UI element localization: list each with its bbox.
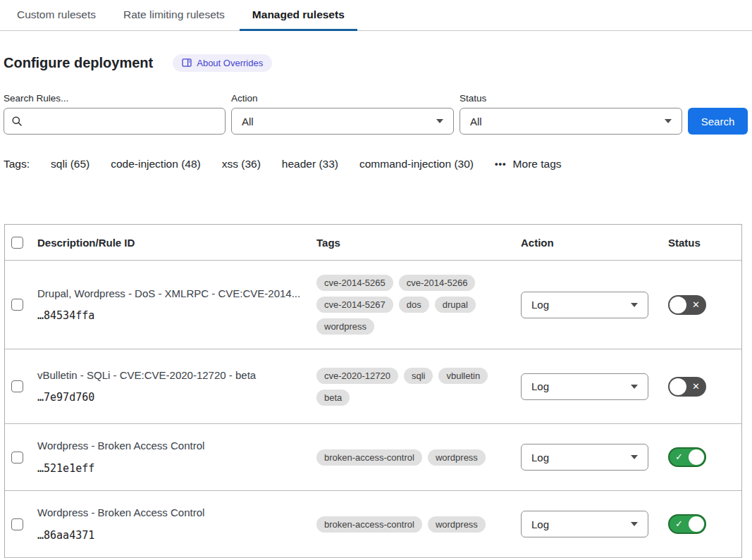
row-action-select[interactable]: Log — [521, 444, 648, 471]
tag-pill: wordpress — [428, 516, 486, 533]
tag-pill: cve-2014-5265 — [316, 275, 393, 291]
tab-custom-rulesets[interactable]: Custom rulesets — [4, 0, 109, 31]
more-tags-button[interactable]: ••• More tags — [495, 158, 562, 170]
tag-pill: wordpress — [428, 449, 486, 466]
tag-pill: vbulletin — [438, 368, 488, 384]
tab-rate-limiting-rulesets[interactable]: Rate limiting rulesets — [111, 0, 238, 31]
table-header-row: Description/Rule ID Tags Action Status — [5, 225, 741, 260]
search-input-box[interactable] — [4, 108, 226, 135]
toggle-state-icon: ✓ — [675, 516, 683, 533]
tag-pill: beta — [316, 390, 350, 406]
tag-pill: wordpress — [316, 318, 374, 335]
tag-link[interactable]: sqli (65) — [51, 158, 90, 170]
row-checkbox[interactable] — [11, 380, 23, 392]
row-action-select[interactable]: Log — [521, 373, 648, 400]
status-toggle[interactable]: ✕ — [668, 295, 706, 315]
chevron-down-icon — [436, 119, 443, 123]
toggle-knob — [670, 378, 686, 395]
table-row: Drupal, Wordpress - DoS - XMLRPC - CVE:C… — [5, 260, 741, 349]
tag-pill: cve-2014-5267 — [316, 297, 393, 313]
toggle-knob — [689, 449, 704, 465]
tag-pill: sqli — [404, 368, 433, 384]
action-filter-value: All — [242, 116, 254, 127]
column-header-tags: Tags — [316, 237, 521, 249]
row-action-select[interactable]: Log — [521, 292, 648, 318]
search-button[interactable]: Search — [688, 108, 748, 135]
status-filter-value: All — [470, 116, 482, 127]
tag-link[interactable]: code-injection (48) — [111, 158, 201, 170]
rule-id: …7e97d760 — [37, 391, 316, 404]
rule-id: …86aa4371 — [37, 529, 316, 542]
rule-id: …84534ffa — [37, 309, 316, 322]
tag-link[interactable]: command-injection (30) — [359, 158, 474, 170]
rule-tags: broken-access-controlwordpress — [316, 441, 521, 474]
chevron-down-icon — [631, 385, 638, 389]
column-header-description: Description/Rule ID — [37, 237, 316, 249]
tags-bar: Tags: sqli (65)code-injection (48)xss (3… — [4, 156, 752, 171]
rule-description: Wordpress - Broken Access Control — [37, 440, 316, 453]
table-body: Drupal, Wordpress - DoS - XMLRPC - CVE:C… — [5, 260, 741, 558]
search-icon — [11, 116, 23, 127]
status-toggle[interactable]: ✕ — [668, 377, 706, 397]
tab-managed-rulesets[interactable]: Managed rulesets — [240, 0, 357, 31]
tag-links: sqli (65)code-injection (48)xss (36)head… — [51, 158, 474, 170]
rule-tags: cve-2014-5265cve-2014-5266cve-2014-5267d… — [316, 266, 521, 343]
rule-description: Wordpress - Broken Access Control — [37, 506, 316, 520]
table-row: vBulletin - SQLi - CVE:CVE-2020-12720 - … — [5, 349, 741, 423]
toggle-state-icon: ✕ — [692, 295, 700, 315]
ellipsis-icon: ••• — [495, 158, 507, 169]
chevron-down-icon — [631, 522, 638, 526]
action-filter-label: Action — [231, 93, 454, 104]
tag-pill: dos — [399, 297, 429, 313]
rules-table: Description/Rule ID Tags Action Status D… — [4, 224, 742, 558]
page-title: Configure deployment — [4, 55, 153, 71]
row-action-value: Log — [531, 380, 549, 392]
tab-bar: Custom rulesetsRate limiting rulesetsMan… — [0, 0, 752, 31]
column-header-action: Action — [521, 237, 662, 249]
column-header-status: Status — [662, 237, 741, 249]
tag-pill: drupal — [435, 297, 476, 313]
row-checkbox[interactable] — [11, 452, 23, 463]
status-filter-label: Status — [460, 93, 682, 104]
about-overrides-badge[interactable]: About Overrides — [173, 54, 272, 72]
page-header: Configure deployment About Overrides — [4, 53, 752, 73]
table-row: Wordpress - Broken Access Control …521e1… — [5, 423, 741, 490]
toggle-state-icon: ✓ — [675, 449, 683, 466]
more-tags-label: More tags — [513, 158, 562, 170]
toggle-state-icon: ✕ — [692, 377, 700, 397]
status-filter-select[interactable]: All — [460, 108, 682, 135]
row-action-value: Log — [531, 299, 549, 311]
status-toggle[interactable]: ✓ — [668, 447, 706, 467]
rule-tags: cve-2020-12720sqlivbulletinbeta — [316, 359, 521, 414]
about-overrides-label: About Overrides — [197, 58, 263, 68]
select-all-checkbox[interactable] — [11, 237, 23, 249]
status-toggle[interactable]: ✓ — [668, 514, 706, 534]
tag-link[interactable]: xss (36) — [222, 158, 261, 170]
tag-pill: cve-2020-12720 — [316, 368, 398, 384]
row-action-value: Log — [531, 452, 549, 463]
search-label: Search Rules... — [4, 93, 226, 104]
row-action-select[interactable]: Log — [521, 511, 648, 537]
row-checkbox[interactable] — [11, 518, 23, 530]
tag-pill: broken-access-control — [316, 449, 422, 466]
tags-bar-label: Tags: — [4, 158, 30, 170]
rule-description: Drupal, Wordpress - DoS - XMLRPC - CVE:C… — [37, 287, 316, 301]
tag-pill: broken-access-control — [316, 516, 422, 533]
tag-pill: cve-2014-5266 — [399, 275, 476, 291]
filter-bar: Search Rules... Action All Status All Se… — [4, 93, 752, 135]
rule-tags: broken-access-controlwordpress — [316, 508, 521, 541]
chevron-down-icon — [631, 455, 638, 459]
row-checkbox[interactable] — [11, 299, 23, 311]
chevron-down-icon — [665, 119, 672, 123]
toggle-knob — [670, 297, 686, 313]
book-icon — [182, 58, 192, 68]
toggle-knob — [689, 516, 704, 532]
search-input[interactable] — [28, 115, 218, 128]
rule-id: …521e1eff — [37, 462, 316, 475]
rule-description: vBulletin - SQLi - CVE:CVE-2020-12720 - … — [37, 369, 316, 382]
table-row: Wordpress - Broken Access Control …86aa4… — [5, 490, 741, 558]
chevron-down-icon — [631, 303, 638, 307]
action-filter-select[interactable]: All — [231, 108, 454, 135]
tag-link[interactable]: header (33) — [282, 158, 338, 170]
row-action-value: Log — [531, 518, 549, 530]
